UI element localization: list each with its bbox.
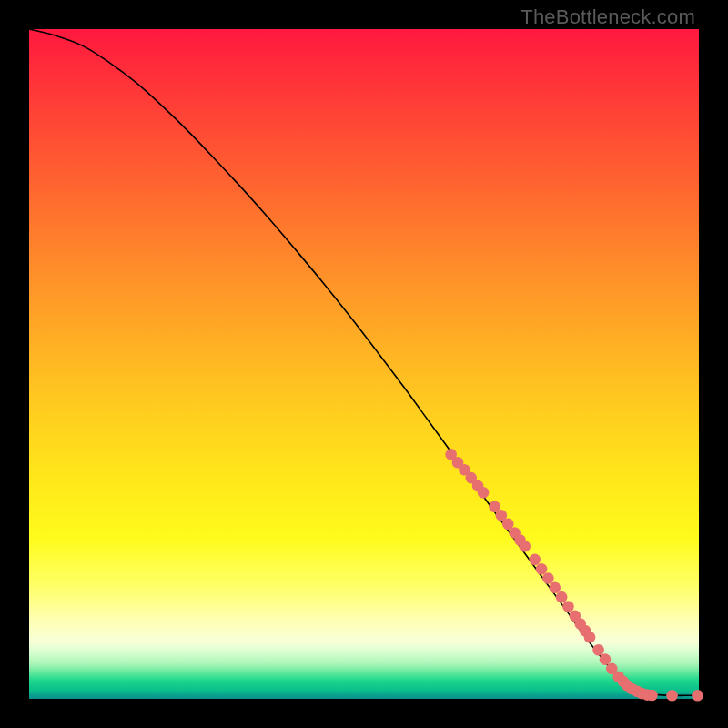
bottleneck-curve xyxy=(29,29,699,695)
data-marker xyxy=(584,632,596,643)
data-marker xyxy=(592,644,604,656)
curve-layer xyxy=(29,29,699,699)
data-marker xyxy=(646,690,658,702)
data-marker xyxy=(600,653,612,665)
watermark-label: TheBottleneck.com xyxy=(521,5,695,29)
data-marker xyxy=(536,563,548,575)
plot-area xyxy=(29,29,699,699)
data-marker xyxy=(562,601,574,612)
data-marker xyxy=(478,487,490,499)
data-marker xyxy=(519,541,531,552)
data-marker xyxy=(666,690,678,702)
data-marker xyxy=(556,592,568,603)
data-marker xyxy=(549,582,561,594)
data-marker xyxy=(542,572,554,584)
data-marker xyxy=(529,554,541,566)
data-marker xyxy=(692,690,703,702)
chart-stage: TheBottleneck.com xyxy=(0,0,728,728)
marker-group xyxy=(445,449,703,702)
